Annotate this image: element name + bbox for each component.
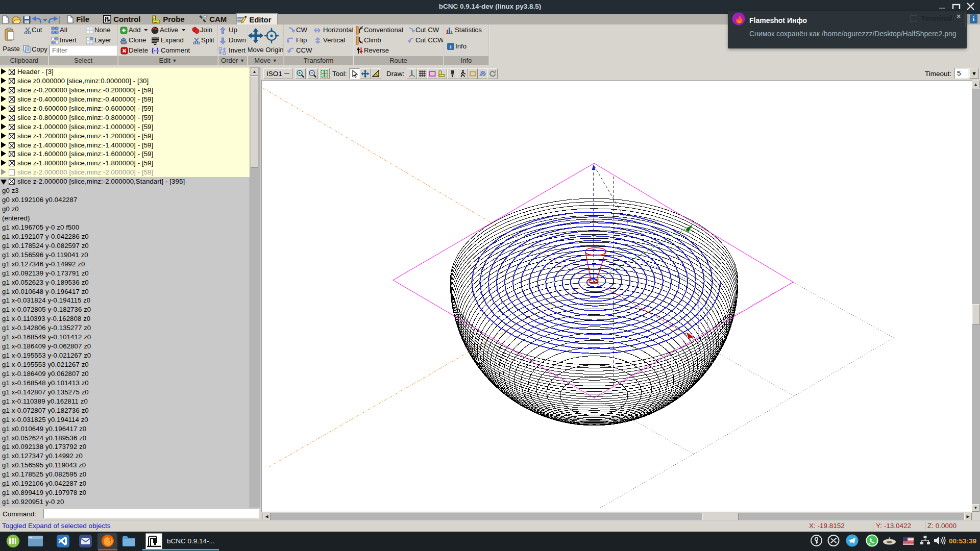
svg-text:i: i [450, 43, 451, 49]
